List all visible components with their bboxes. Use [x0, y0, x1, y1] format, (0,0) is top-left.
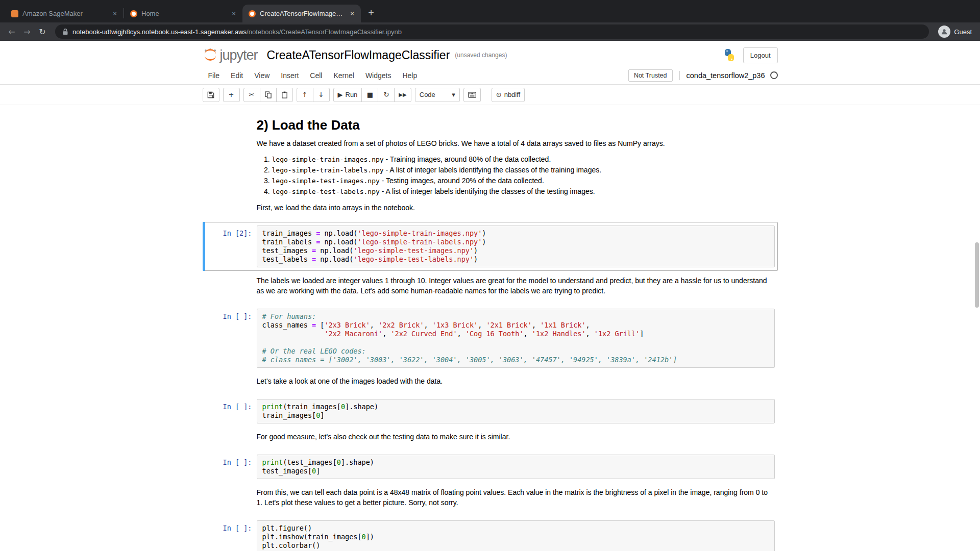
avatar	[938, 26, 950, 38]
code-cell[interactable]: In [ ]:plt.figure()plt.imshow(train_imag…	[203, 517, 778, 551]
new-tab-button[interactable]: +	[364, 6, 378, 20]
fast-forward-icon: ▶▶	[399, 92, 406, 97]
code-cell[interactable]: In [ ]:print(test_images[0].shape)test_i…	[203, 451, 778, 483]
code-input-area[interactable]: print(train_images[0].shape)train_images…	[257, 399, 775, 423]
menu-view[interactable]: View	[249, 69, 275, 82]
md-paragraph: We have a dataset created from a set of …	[257, 138, 775, 148]
menu-edit[interactable]: Edit	[225, 69, 249, 82]
url-host: notebook-udtwigjh8cys.notebook.us-east-1…	[72, 28, 247, 36]
code-editor[interactable]: print(train_images[0].shape)train_images…	[262, 403, 769, 420]
menu-file[interactable]: File	[203, 69, 226, 82]
cell-prompt	[206, 486, 257, 513]
browser-tab-home[interactable]: Home ×	[124, 5, 242, 22]
code-input-area[interactable]: print(test_images[0].shape)test_images[0…	[257, 455, 775, 479]
cell-type-value: Code	[420, 91, 435, 98]
tab-close-icon[interactable]: ×	[229, 9, 238, 18]
jupyter-logo[interactable]: jupyter	[203, 47, 258, 63]
copy-cell-button[interactable]	[260, 88, 277, 102]
notebook-cells: 2) Load the DataWe have a dataset create…	[203, 110, 778, 551]
logout-button[interactable]: Logout	[743, 47, 778, 63]
profile-label: Guest	[954, 28, 972, 36]
restart-run-all-button[interactable]: ▶▶	[394, 88, 411, 102]
jupyter-logo-icon	[203, 47, 218, 63]
tab-title: Home	[141, 10, 225, 17]
markdown-cell[interactable]: For good measure, let's also check out t…	[203, 427, 778, 451]
notebook-title[interactable]: CreateATensorFlowImageClassifier	[267, 48, 450, 62]
menu-insert[interactable]: Insert	[275, 69, 304, 82]
code-cell[interactable]: In [ ]:print(train_images[0].shape)train…	[203, 395, 778, 427]
cell-type-dropdown[interactable]: Code ▾	[415, 88, 460, 102]
move-cell-down-button[interactable]: ↓	[313, 88, 330, 102]
markdown-body: For good measure, let's also check out t…	[257, 431, 775, 447]
markdown-body: Let's take a look at one of the images l…	[257, 375, 775, 392]
md-list-item: lego-simple-train-labels.npy - A list of…	[272, 165, 775, 176]
md-paragraph: First, we load the data into arrays in t…	[257, 203, 775, 213]
add-cell-button[interactable]: +	[223, 88, 240, 102]
nbdiff-button[interactable]: ⊙ nbdiff	[492, 88, 525, 102]
url-path: /notebooks/CreateATensorFlowImageClassif…	[247, 28, 402, 36]
code-editor[interactable]: plt.figure()plt.imshow(train_images[0])p…	[262, 524, 769, 551]
markdown-cell[interactable]: Let's take a look at one of the images l…	[203, 371, 778, 395]
code-input-area[interactable]: # For humans:class_names = ['2x3 Brick',…	[257, 309, 775, 368]
markdown-cell[interactable]: From this, we can tell each data point i…	[203, 483, 778, 517]
markdown-body: The labels we loaded are integer values …	[257, 274, 775, 302]
code-input-area[interactable]: train_images = np.load('lego-simple-trai…	[257, 226, 775, 267]
code-editor[interactable]: # For humans:class_names = ['2x3 Brick',…	[262, 312, 769, 364]
interrupt-kernel-button[interactable]: ■	[361, 88, 378, 102]
jupyter-logo-text: jupyter	[220, 47, 258, 63]
md-list: lego-simple-train-images.npy - Training …	[257, 154, 775, 197]
paste-icon	[281, 91, 288, 98]
tab-close-icon[interactable]: ×	[348, 9, 357, 18]
md-paragraph: From this, we can tell each data point i…	[257, 487, 775, 508]
cell-prompt	[206, 274, 257, 302]
menu-kernel[interactable]: Kernel	[328, 69, 359, 82]
stop-icon: ■	[367, 91, 373, 98]
notebook-scroll-area[interactable]: 2) Load the DataWe have a dataset create…	[0, 105, 980, 551]
paste-cell-button[interactable]	[276, 88, 293, 102]
browser-window: Amazon SageMaker × Home × CreateATensorF…	[0, 0, 980, 41]
md-paragraph: For good measure, let's also check out t…	[257, 432, 775, 442]
md-heading: 2) Load the Data	[257, 120, 775, 130]
browser-tab-sagemaker[interactable]: Amazon SageMaker ×	[5, 5, 124, 22]
browser-tabstrip: Amazon SageMaker × Home × CreateATensorF…	[0, 0, 980, 22]
scrollbar-thumb[interactable]	[975, 242, 979, 308]
reload-button[interactable]: ↻	[36, 25, 49, 38]
markdown-cell[interactable]: 2) Load the DataWe have a dataset create…	[203, 110, 778, 222]
tab-title: CreateATensorFlowImageClassifier	[260, 10, 344, 17]
url-text: notebook-udtwigjh8cys.notebook.us-east-1…	[72, 28, 402, 36]
jupyter-favicon-icon	[130, 10, 137, 17]
code-cell[interactable]: In [2]:train_images = np.load('lego-simp…	[203, 222, 778, 271]
save-button[interactable]	[203, 88, 219, 102]
command-palette-button[interactable]	[463, 88, 481, 102]
menu-cell[interactable]: Cell	[304, 69, 328, 82]
trust-status-button[interactable]: Not Trusted	[628, 69, 673, 82]
markdown-cell[interactable]: The labels we loaded are integer values …	[203, 271, 778, 305]
nbdiff-icon: ⊙	[496, 91, 502, 98]
restart-icon: ↻	[383, 91, 389, 98]
md-list-item: lego-simple-train-images.npy - Training …	[272, 154, 775, 165]
run-cell-button[interactable]: ▶ Run	[333, 88, 362, 102]
move-cell-up-button[interactable]: ↑	[297, 88, 313, 102]
code-editor[interactable]: train_images = np.load('lego-simple-trai…	[262, 229, 769, 264]
code-cell[interactable]: In [ ]:# For humans:class_names = ['2x3 …	[203, 305, 778, 371]
code-editor[interactable]: print(test_images[0].shape)test_images[0…	[262, 458, 769, 475]
kernel-idle-indicator-icon	[770, 71, 778, 79]
menubar-divider	[679, 71, 680, 80]
menu-widgets[interactable]: Widgets	[360, 69, 397, 82]
back-button[interactable]: ←	[5, 25, 18, 38]
cut-cell-button[interactable]: ✂	[243, 88, 260, 102]
tab-close-icon[interactable]: ×	[110, 9, 119, 18]
jupyter-page: jupyter CreateATensorFlowImageClassifier…	[0, 41, 980, 551]
restart-kernel-button[interactable]: ↻	[378, 88, 395, 102]
address-bar[interactable]: notebook-udtwigjh8cys.notebook.us-east-1…	[55, 24, 929, 39]
code-input-area[interactable]: plt.figure()plt.imshow(train_images[0])p…	[257, 520, 775, 551]
forward-button[interactable]: →	[20, 25, 34, 38]
tab-title: Amazon SageMaker	[22, 10, 106, 17]
browser-tab-notebook-active[interactable]: CreateATensorFlowImageClassifier ×	[242, 5, 361, 22]
md-list-item: lego-simple-test-images.npy - Testing im…	[272, 176, 775, 186]
keyboard-icon	[468, 92, 476, 98]
profile-chip[interactable]: Guest	[935, 26, 975, 38]
jupyter-favicon-icon	[249, 10, 256, 17]
clipboard-group: ✂	[243, 88, 293, 102]
menu-help[interactable]: Help	[397, 69, 423, 82]
